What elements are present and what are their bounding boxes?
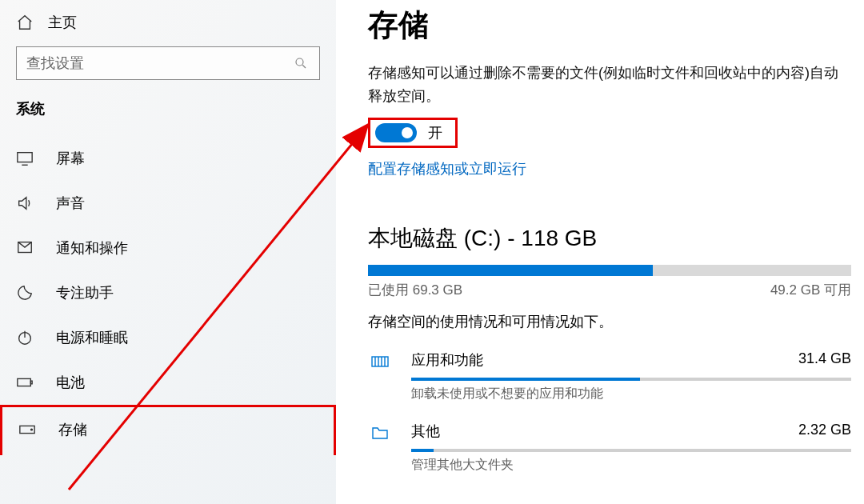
- search-icon: [294, 56, 308, 70]
- category-size: 31.4 GB: [798, 350, 851, 367]
- svg-rect-11: [372, 357, 388, 366]
- category-size: 2.32 GB: [798, 422, 851, 438]
- category-bar: [411, 449, 851, 452]
- svg-point-0: [296, 58, 303, 66]
- disk-free-text: 49.2 GB 可用: [770, 281, 851, 299]
- nav-label: 电池: [56, 373, 85, 392]
- page-title: 存储: [368, 5, 851, 46]
- nav-item-power-sleep[interactable]: 电源和睡眠: [0, 315, 336, 360]
- storage-sense-description: 存储感知可以通过删除不需要的文件(例如临时文件和回收站中的内容)自动释放空间。: [368, 62, 851, 108]
- home-link[interactable]: 主页: [0, 6, 336, 43]
- nav-label: 电源和睡眠: [56, 328, 128, 347]
- nav-label: 专注助手: [56, 283, 114, 302]
- battery-icon: [16, 374, 34, 391]
- nav-item-battery[interactable]: 电池: [0, 360, 336, 405]
- disk-used-text: 已使用 69.3 GB: [368, 281, 462, 299]
- svg-point-10: [31, 429, 33, 430]
- display-icon: [16, 150, 34, 167]
- storage-sense-toggle[interactable]: [375, 123, 417, 142]
- storage-page: 存储 存储感知可以通过删除不需要的文件(例如临时文件和回收站中的内容)自动释放空…: [336, 0, 864, 504]
- section-title: 系统: [0, 94, 336, 136]
- disk-used-fill: [368, 265, 653, 276]
- svg-rect-8: [30, 381, 32, 384]
- storage-icon: [18, 421, 36, 438]
- disk-title: 本地磁盘 (C:) - 118 GB: [368, 223, 851, 254]
- nav-label: 通知和操作: [56, 238, 128, 258]
- toggle-label: 开: [428, 123, 442, 142]
- category-sub: 卸载未使用或不想要的应用和功能: [411, 386, 797, 402]
- category-apps[interactable]: 应用和功能 31.4 GB 卸载未使用或不想要的应用和功能: [368, 350, 851, 402]
- nav-label: 存储: [58, 420, 87, 439]
- notification-icon: [16, 239, 34, 257]
- home-icon: [16, 14, 34, 31]
- disk-usage-bar: [368, 265, 851, 276]
- nav-item-sound[interactable]: 声音: [0, 181, 336, 226]
- nav-item-display[interactable]: 屏幕: [0, 136, 336, 181]
- apps-icon: [368, 352, 392, 371]
- svg-rect-7: [18, 378, 31, 386]
- category-sub: 管理其他大文件夹: [411, 457, 797, 474]
- svg-rect-2: [18, 153, 32, 162]
- usage-note: 存储空间的使用情况和可用情况如下。: [368, 312, 851, 331]
- nav-label: 声音: [56, 194, 85, 213]
- nav-item-notifications[interactable]: 通知和操作: [0, 226, 336, 270]
- category-other[interactable]: 其他 2.32 GB 管理其他大文件夹: [368, 422, 851, 474]
- category-bar: [411, 378, 851, 381]
- configure-storage-sense-link[interactable]: 配置存储感知或立即运行: [368, 159, 851, 178]
- storage-sense-toggle-row: 开: [368, 118, 458, 148]
- search-input[interactable]: [26, 55, 310, 72]
- category-name: 其他: [411, 422, 797, 441]
- settings-sidebar: 主页 系统 屏幕 声音 通知和操作 专注助手 电源和睡眠 电池 存储: [0, 0, 336, 504]
- search-input-container[interactable]: [16, 46, 320, 80]
- nav-label: 屏幕: [56, 149, 85, 168]
- category-name: 应用和功能: [411, 350, 797, 370]
- power-icon: [16, 329, 34, 346]
- nav-item-storage[interactable]: 存储: [0, 405, 336, 455]
- folder-icon: [368, 423, 392, 442]
- focus-icon: [16, 284, 34, 302]
- sound-icon: [16, 194, 34, 212]
- nav-item-focus-assist[interactable]: 专注助手: [0, 270, 336, 315]
- svg-line-1: [302, 65, 306, 68]
- home-label: 主页: [48, 13, 77, 32]
